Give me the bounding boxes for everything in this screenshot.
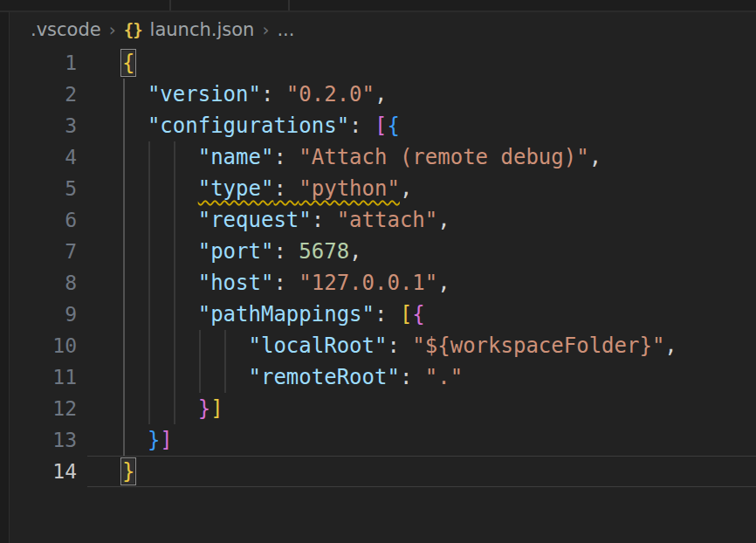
- code-token: [122, 271, 198, 295]
- line-number[interactable]: 1: [0, 47, 77, 79]
- code-line[interactable]: 11 "remoteRoot": ".": [0, 361, 756, 393]
- code-token: "127.0.0.1": [299, 271, 437, 295]
- code-token: "pathMappings": [198, 302, 375, 326]
- code-token: :: [273, 271, 299, 295]
- line-number[interactable]: 13: [0, 424, 77, 456]
- code-token: ,: [664, 333, 677, 358]
- code-token: "name": [198, 145, 274, 169]
- line-number[interactable]: 7: [0, 236, 77, 267]
- code-token: ,: [375, 82, 387, 107]
- code-text[interactable]: "host": "127.0.0.1",: [77, 267, 450, 299]
- code-line[interactable]: 14}: [0, 456, 756, 487]
- code-token: "0.2.0": [286, 82, 375, 107]
- code-line[interactable]: 10 "localRoot": "${workspaceFolder}",: [0, 330, 756, 361]
- code-token: :: [261, 82, 286, 107]
- code-token: ,: [437, 271, 450, 295]
- code-text[interactable]: "version": "0.2.0",: [77, 79, 387, 110]
- code-token: ,: [437, 208, 450, 232]
- code-token: ,: [400, 176, 412, 201]
- code-token: [: [400, 302, 412, 326]
- line-number[interactable]: 10: [0, 330, 77, 361]
- code-token: "${workspaceFolder}": [412, 333, 664, 358]
- code-text[interactable]: {: [77, 47, 134, 79]
- breadcrumb-file[interactable]: launch.json: [150, 19, 255, 40]
- code-line[interactable]: 3 "configurations": [{: [0, 110, 756, 141]
- code-token: }: [148, 428, 160, 452]
- tab-divider: [169, 0, 171, 10]
- line-number[interactable]: 8: [0, 267, 77, 299]
- code-token: [122, 113, 148, 138]
- line-number[interactable]: 11: [0, 361, 77, 393]
- chevron-right-icon: ›: [262, 19, 269, 40]
- code-text[interactable]: "localRoot": "${workspaceFolder}",: [77, 330, 677, 361]
- code-line[interactable]: 5 "type": "python",: [0, 173, 756, 204]
- code-token: [122, 396, 198, 421]
- code-line[interactable]: 6 "request": "attach",: [0, 204, 756, 236]
- code-token: ]: [160, 428, 172, 452]
- code-text[interactable]: "type": "python",: [77, 173, 412, 204]
- code-editor[interactable]: 1{2 "version": "0.2.0",3 "configurations…: [0, 47, 756, 543]
- chevron-right-icon: ›: [109, 19, 116, 40]
- code-token: :: [387, 333, 412, 358]
- code-token: :: [349, 113, 375, 138]
- line-number[interactable]: 5: [0, 173, 77, 204]
- line-number[interactable]: 4: [0, 141, 77, 173]
- code-token: :: [375, 302, 400, 326]
- code-token: "request": [198, 208, 312, 232]
- line-number[interactable]: 14: [0, 456, 77, 487]
- code-token: [122, 145, 198, 169]
- json-braces-icon: {}: [124, 20, 142, 39]
- code-token: :: [273, 145, 299, 169]
- code-token: "port": [198, 239, 274, 264]
- code-text[interactable]: "request": "attach",: [77, 204, 450, 236]
- code-token: "Attach (remote debug)": [299, 145, 588, 169]
- code-line[interactable]: 7 "port": 5678,: [0, 236, 756, 267]
- code-token: "remoteRoot": [249, 365, 400, 389]
- code-token: [122, 208, 198, 232]
- code-token: "version": [148, 82, 261, 107]
- line-number[interactable]: 12: [0, 393, 77, 424]
- left-panel-strip: [0, 0, 10, 543]
- code-line[interactable]: 1{: [0, 47, 756, 79]
- code-token: "type": [198, 176, 274, 201]
- code-token: [122, 333, 249, 358]
- code-token: :: [273, 176, 299, 201]
- code-token: :: [400, 365, 425, 389]
- code-line[interactable]: 12 }]: [0, 393, 756, 424]
- code-token: }: [198, 396, 210, 421]
- code-token: [122, 365, 249, 389]
- code-token: [122, 302, 198, 326]
- code-token: [122, 239, 198, 264]
- breadcrumb-folder[interactable]: .vscode: [31, 19, 101, 40]
- code-text[interactable]: "name": "Attach (remote debug)",: [77, 141, 601, 173]
- code-token: ]: [210, 396, 223, 421]
- code-line[interactable]: 8 "host": "127.0.0.1",: [0, 267, 756, 299]
- code-token: "localRoot": [249, 333, 388, 358]
- code-text[interactable]: "remoteRoot": ".": [77, 361, 463, 393]
- code-token: }: [122, 459, 134, 484]
- tab-bar[interactable]: [0, 0, 756, 12]
- code-text[interactable]: "port": 5678,: [77, 236, 362, 267]
- code-text[interactable]: "configurations": [{: [77, 110, 400, 141]
- code-line[interactable]: 13 }]: [0, 424, 756, 456]
- code-text[interactable]: "pathMappings": [{: [77, 299, 425, 330]
- line-number[interactable]: 2: [0, 79, 77, 110]
- code-line[interactable]: 2 "version": "0.2.0",: [0, 79, 756, 110]
- breadcrumb-symbol-ellipsis[interactable]: ...: [277, 19, 294, 40]
- code-token: ,: [349, 239, 361, 264]
- code-token: "attach": [337, 208, 438, 232]
- code-token: 5678: [299, 239, 349, 264]
- tab-divider: [288, 0, 290, 10]
- line-number[interactable]: 3: [0, 110, 77, 141]
- line-number[interactable]: 6: [0, 204, 77, 236]
- code-token: :: [273, 239, 299, 264]
- code-line[interactable]: 4 "name": "Attach (remote debug)",: [0, 141, 756, 173]
- vscode-window: .vscode › {} launch.json › ... 1{2 "vers…: [0, 0, 756, 543]
- code-text[interactable]: }]: [77, 424, 173, 456]
- line-number[interactable]: 9: [0, 299, 77, 330]
- code-text[interactable]: }]: [77, 393, 223, 424]
- code-token: ,: [589, 145, 601, 169]
- code-line[interactable]: 9 "pathMappings": [{: [0, 299, 756, 330]
- code-token: ".": [425, 365, 463, 389]
- code-text[interactable]: }: [77, 456, 134, 487]
